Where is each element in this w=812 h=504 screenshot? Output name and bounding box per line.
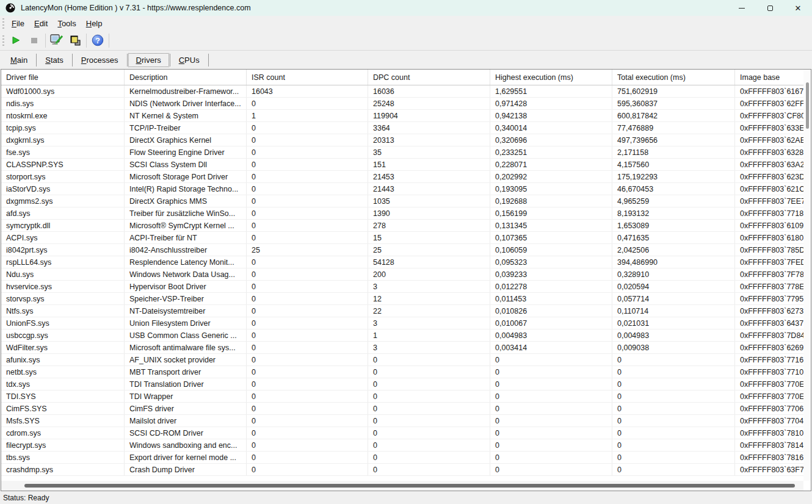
- cell-driver-file: ACPI.sys: [1, 232, 125, 243]
- column-header-highest-execution[interactable]: Highest execution (ms): [490, 70, 612, 85]
- tab-processes[interactable]: Processes: [73, 53, 126, 67]
- cell-highest-execution: 0: [490, 354, 612, 365]
- table-row[interactable]: tcpip.sys TCP/IP-Treiber 0 3364 0,340014…: [1, 122, 811, 134]
- table-row[interactable]: iaStorVD.sys Intel(R) Rapid Storage Tech…: [1, 183, 811, 195]
- table-row[interactable]: Wdf01000.sys Kernelmodustreiber-Framewor…: [1, 85, 811, 98]
- monitor-pen-icon: [50, 34, 63, 46]
- table-row[interactable]: netbt.sys MBT Transport driver 0 0 0 0 0…: [1, 366, 811, 378]
- table-row[interactable]: Ndu.sys Windows Network Data Usag... 0 2…: [1, 268, 811, 281]
- cell-image-base: 0xFFFFF803`63280: [735, 146, 811, 158]
- cell-isr-count: 1: [247, 110, 368, 121]
- cell-dpc-count: 278: [368, 220, 490, 231]
- table-row[interactable]: rspLLL64.sys Resplendence Latency Monit.…: [1, 256, 811, 268]
- table-row[interactable]: Ntfs.sys NT-Dateisystemtreiber 0 22 0,01…: [1, 305, 811, 317]
- vertical-scrollbar[interactable]: [803, 70, 811, 481]
- horizontal-scrollbar-thumb[interactable]: [24, 484, 795, 488]
- table-row[interactable]: tbs.sys Export driver for kernel mode ..…: [1, 452, 811, 464]
- vertical-scrollbar-thumb[interactable]: [806, 82, 809, 129]
- column-header-driver-file[interactable]: Driver file: [1, 70, 125, 85]
- statusbar: Status: Ready: [0, 491, 812, 504]
- tabbar: Main Stats Processes Drivers CPUs: [0, 51, 812, 69]
- table-row[interactable]: WdFilter.sys Microsoft antimalware file …: [1, 342, 811, 354]
- table-row[interactable]: ACPI.sys ACPI-Treiber für NT 0 15 0,1073…: [1, 232, 811, 244]
- table-row[interactable]: hvservice.sys Hypervisor Boot Driver 0 3…: [1, 281, 811, 293]
- cell-isr-count: 0: [247, 183, 368, 195]
- table-row[interactable]: UnionFS.sys Union Filesystem Driver 0 3 …: [1, 317, 811, 329]
- column-header-total-execution[interactable]: Total execution (ms): [612, 70, 735, 85]
- cell-dpc-count: 200: [368, 268, 490, 280]
- menu-tools[interactable]: Tools: [53, 17, 81, 30]
- column-header-image-base[interactable]: Image base: [735, 70, 811, 85]
- cell-isr-count: 0: [247, 232, 368, 243]
- close-icon: ✕: [795, 4, 802, 12]
- table-row[interactable]: dxgmms2.sys DirectX Graphics MMS 0 1035 …: [1, 195, 811, 207]
- table-row[interactable]: afunix.sys AF_UNIX socket provider 0 0 0…: [1, 354, 811, 366]
- tab-separator: [127, 54, 128, 67]
- table-row[interactable]: filecrypt.sys Windows sandboxing and enc…: [1, 439, 811, 452]
- table-row[interactable]: CimFS.SYS CimFS driver 0 0 0 0 0xFFFFF80…: [1, 403, 811, 415]
- report-button[interactable]: [66, 32, 84, 49]
- cell-total-execution: 2,042506: [612, 244, 735, 256]
- table-row[interactable]: dxgkrnl.sys DirectX Graphics Kernel 0 20…: [1, 134, 811, 146]
- cell-total-execution: 4,157560: [612, 159, 735, 170]
- pages-icon: [70, 35, 81, 46]
- table-row[interactable]: tdx.sys TDI Translation Driver 0 0 0 0 0…: [1, 378, 811, 391]
- toolbar-grip: [2, 35, 4, 46]
- cell-dpc-count: 119904: [368, 110, 490, 121]
- cell-total-execution: 0: [612, 403, 735, 414]
- horizontal-scrollbar[interactable]: [1, 481, 803, 491]
- table-row[interactable]: ntoskrnl.exe NT Kernel & System 1 119904…: [1, 110, 811, 122]
- toolbar-separator: [109, 34, 109, 48]
- cell-highest-execution: 0,942138: [490, 110, 612, 121]
- column-header-isr-count[interactable]: ISR count: [247, 70, 368, 85]
- toolbar-separator: [45, 34, 46, 48]
- stop-monitor-button[interactable]: [25, 32, 43, 49]
- cell-dpc-count: 35: [368, 146, 490, 158]
- cell-isr-count: 16043: [247, 85, 368, 97]
- cell-highest-execution: 0: [490, 378, 612, 390]
- cell-highest-execution: 0,340014: [490, 122, 612, 134]
- table-row[interactable]: storport.sys Microsoft Storage Port Driv…: [1, 171, 811, 183]
- table-row[interactable]: CLASSPNP.SYS SCSI Class System Dll 0 151…: [1, 159, 811, 171]
- table-row[interactable]: fse.sys Flow Steering Engine Driver 0 35…: [1, 146, 811, 159]
- cell-highest-execution: 1,629551: [490, 85, 612, 97]
- cell-description: Union Filesystem Driver: [125, 317, 247, 329]
- cell-driver-file: tdx.sys: [1, 378, 125, 390]
- tab-main[interactable]: Main: [2, 53, 35, 67]
- tab-stats[interactable]: Stats: [37, 53, 71, 67]
- menu-file[interactable]: File: [7, 17, 29, 30]
- close-button[interactable]: ✕: [784, 0, 812, 16]
- help-button[interactable]: ?: [89, 32, 107, 49]
- cell-total-execution: 0: [612, 464, 735, 475]
- table-row[interactable]: storvsp.sys Speicher-VSP-Treiber 0 12 0,…: [1, 293, 811, 305]
- cell-dpc-count: 3: [368, 342, 490, 353]
- cell-dpc-count: 0: [368, 439, 490, 451]
- tab-cpus[interactable]: CPUs: [171, 53, 208, 67]
- table-row[interactable]: usbccgp.sys USB Common Class Generic ...…: [1, 329, 811, 342]
- status-text: Status: Ready: [3, 494, 49, 502]
- table-row[interactable]: Msfs.SYS Mailslot driver 0 0 0 0 0xFFFFF…: [1, 415, 811, 427]
- table-row[interactable]: cdrom.sys SCSI CD-ROM Driver 0 0 0 0 0xF…: [1, 427, 811, 439]
- menu-help[interactable]: Help: [81, 17, 107, 30]
- table-row[interactable]: afd.sys Treiber für zusätzliche WinSo...…: [1, 207, 811, 220]
- maximize-button[interactable]: [756, 0, 784, 16]
- menu-edit[interactable]: Edit: [29, 17, 53, 30]
- cell-dpc-count: 151: [368, 159, 490, 170]
- table-row[interactable]: TDI.SYS TDI Wrapper 0 0 0 0 0xFFFFF803`7…: [1, 391, 811, 403]
- cell-dpc-count: 0: [368, 354, 490, 365]
- cell-image-base: 0xFFFFF803`62730: [735, 305, 811, 317]
- cell-highest-execution: 0,192688: [490, 195, 612, 207]
- start-monitor-button[interactable]: [7, 32, 25, 49]
- table-row[interactable]: crashdmp.sys Crash Dump Driver 0 0 0 0 0…: [1, 464, 811, 476]
- tab-drivers[interactable]: Drivers: [128, 53, 169, 67]
- minimize-button[interactable]: [728, 0, 756, 16]
- options-button[interactable]: [48, 32, 66, 49]
- column-header-dpc-count[interactable]: DPC count: [368, 70, 490, 85]
- cell-image-base: 0xFFFFF803`770E0: [735, 378, 811, 390]
- table-row[interactable]: symcryptk.dll Microsoft® SymCrypt Kernel…: [1, 220, 811, 232]
- cell-image-base: 0xFFFFF803`63F70: [735, 464, 811, 475]
- cell-image-base: 0xFFFFF803`CF800: [735, 110, 811, 121]
- table-row[interactable]: ndis.sys NDIS (Network Driver Interface.…: [1, 98, 811, 110]
- table-row[interactable]: i8042prt.sys i8042-Anschlusstreiber 25 2…: [1, 244, 811, 256]
- column-header-description[interactable]: Description: [125, 70, 247, 85]
